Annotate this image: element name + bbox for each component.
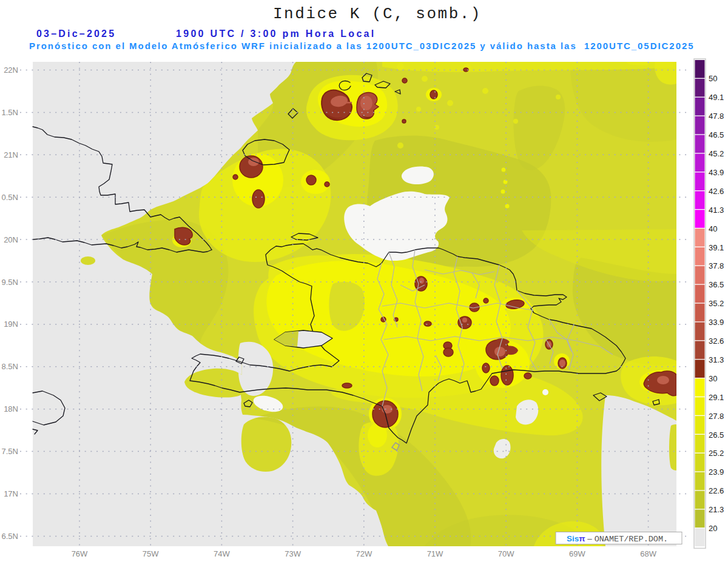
svg-text:20N: 20N — [4, 235, 18, 244]
svg-text:46.5: 46.5 — [709, 130, 724, 139]
svg-text:68W: 68W — [640, 549, 656, 558]
svg-text:42.6: 42.6 — [709, 187, 724, 196]
svg-text:1.5N: 1.5N — [2, 108, 18, 117]
svg-text:45.2: 45.2 — [709, 149, 724, 158]
svg-text:33.9: 33.9 — [709, 318, 724, 327]
svg-text:6.5N: 6.5N — [2, 532, 18, 541]
svg-text:22N: 22N — [4, 65, 18, 75]
svg-text:03–Dic–2025: 03–Dic–2025 — [36, 28, 116, 39]
svg-text:29.1: 29.1 — [709, 393, 724, 402]
svg-text:76W: 76W — [72, 549, 88, 558]
svg-text:69W: 69W — [569, 549, 585, 558]
svg-text:41.3: 41.3 — [709, 206, 724, 215]
svg-text:30: 30 — [709, 374, 717, 383]
svg-text:Indice K (C, somb.): Indice K (C, somb.) — [273, 5, 482, 23]
svg-text:25.2: 25.2 — [709, 449, 724, 458]
svg-text:35.2: 35.2 — [709, 299, 724, 308]
svg-text:43.9: 43.9 — [709, 168, 724, 177]
svg-text:37.8: 37.8 — [709, 261, 724, 270]
svg-text:21N: 21N — [4, 150, 18, 159]
svg-text:7.5N: 7.5N — [2, 447, 18, 456]
svg-text:Sisπ – ONAMET/REP.DOM.: Sisπ – ONAMET/REP.DOM. — [567, 534, 668, 544]
svg-text:9.5N: 9.5N — [2, 278, 18, 287]
svg-text:23.9: 23.9 — [709, 467, 724, 477]
svg-text:70W: 70W — [498, 549, 514, 558]
svg-text:50: 50 — [709, 74, 717, 83]
svg-text:32.6: 32.6 — [709, 336, 724, 346]
svg-text:21.3: 21.3 — [709, 505, 724, 514]
svg-text:75W: 75W — [143, 549, 159, 558]
svg-text:8.5N: 8.5N — [2, 362, 18, 371]
svg-text:39.1: 39.1 — [709, 243, 724, 252]
svg-text:72W: 72W — [356, 549, 372, 558]
svg-text:17N: 17N — [4, 489, 18, 498]
svg-text:31.3: 31.3 — [709, 355, 724, 364]
svg-text:Pronóstico con el Modelo Atmós: Pronóstico con el Modelo Atmósferico WRF… — [29, 41, 695, 51]
svg-text:22.6: 22.6 — [709, 486, 724, 495]
svg-text:19N: 19N — [4, 319, 18, 329]
svg-text:18N: 18N — [4, 404, 18, 413]
svg-text:26.5: 26.5 — [709, 430, 724, 440]
svg-text:73W: 73W — [285, 549, 301, 558]
svg-text:49.1: 49.1 — [709, 93, 724, 102]
svg-text:71W: 71W — [427, 549, 443, 558]
svg-text:1900 UTC / 3:00 pm Hora Local: 1900 UTC / 3:00 pm Hora Local — [176, 28, 376, 39]
svg-text:40: 40 — [709, 224, 717, 233]
svg-text:27.8: 27.8 — [709, 412, 724, 421]
svg-text:74W: 74W — [214, 549, 230, 558]
svg-text:36.5: 36.5 — [709, 280, 724, 289]
svg-text:47.8: 47.8 — [709, 112, 724, 121]
svg-text:0.5N: 0.5N — [2, 193, 18, 202]
svg-text:20: 20 — [709, 524, 717, 533]
